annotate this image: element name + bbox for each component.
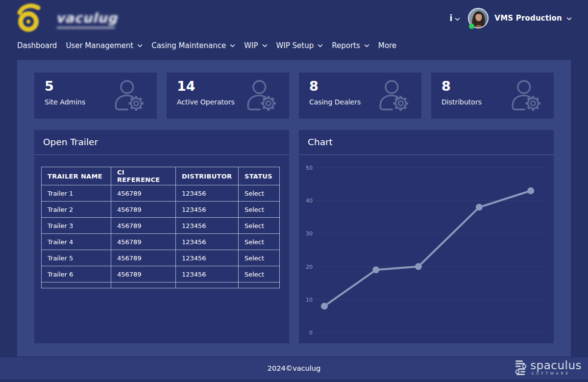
spaculus-emblem-icon — [515, 359, 527, 376]
chart-point[interactable] — [415, 263, 422, 270]
select-action[interactable]: Select — [239, 185, 280, 202]
vaculug-logo[interactable]: vaculug — [13, 2, 118, 33]
open-trailer-table-wrap: TRAILER NAMECI REFERENCEDISTRIBUTORSTATU… — [41, 167, 282, 290]
tire-logo-icon — [13, 2, 55, 33]
table-row: Trailer 1456789123456Select — [42, 185, 280, 202]
account-menu[interactable]: VMS Production — [494, 14, 572, 23]
cell-ci-reference: 456789 — [111, 266, 176, 282]
cell-trailer-name: Trailer 1 — [42, 185, 111, 202]
table-row: Trailer 5456789123456Select — [42, 250, 280, 266]
column-header-distributor: DISTRIBUTOR — [176, 167, 239, 185]
user-gear-icon — [243, 78, 279, 114]
nav-item-casing-maintenance[interactable]: Casing Maintenance — [151, 41, 235, 50]
cell-ci-reference: 456789 — [111, 218, 176, 234]
column-header-trailer-name: TRAILER NAME — [42, 167, 111, 185]
chart-area: 01020304050 — [299, 155, 554, 343]
open-trailer-panel: Open Trailer TRAILER NAMECI REFERENCEDIS… — [34, 130, 289, 343]
nav-item-label: Dashboard — [17, 41, 57, 50]
chevron-down-icon — [364, 44, 369, 48]
chevron-down-icon — [262, 44, 268, 48]
line-chart: 01020304050 — [299, 155, 554, 343]
nav-item-reports[interactable]: Reports — [332, 41, 369, 50]
stat-card-casing-dealers: 8Casing Dealers — [299, 73, 421, 119]
copyright-text: 2024©vaculug — [0, 357, 588, 379]
select-action[interactable]: Select — [239, 234, 280, 250]
content-area: 5Site Admins 14Active Operators 8Casing … — [17, 60, 571, 357]
cell-ci-reference: 456789 — [111, 250, 176, 266]
cell-trailer-name: Trailer 2 — [42, 202, 111, 218]
cell-distributor: 123456 — [176, 266, 239, 282]
select-action[interactable]: Select — [239, 202, 280, 218]
user-gear-icon — [375, 78, 412, 114]
chart-point[interactable] — [321, 303, 328, 309]
chevron-down-icon — [455, 18, 460, 21]
nav-item-label: Casing Maintenance — [151, 41, 226, 50]
chart-title: Chart — [299, 130, 554, 155]
chart-panel: Chart 01020304050 — [299, 130, 554, 343]
stat-label: Active Operators — [177, 98, 253, 106]
nav-item-label: User Management — [66, 41, 133, 50]
nav-item-wip[interactable]: WIP — [244, 41, 267, 50]
nav-item-user-management[interactable]: User Management — [66, 41, 143, 50]
select-action[interactable]: Select — [239, 218, 280, 234]
chart-point[interactable] — [372, 266, 379, 273]
select-action[interactable]: Select — [239, 250, 280, 266]
cell-distributor: 123456 — [176, 202, 239, 218]
header-account-area: i VM — [450, 7, 572, 29]
user-avatar[interactable] — [468, 8, 489, 28]
nav-item-more[interactable]: More — [378, 41, 396, 50]
info-icon: i — [450, 14, 453, 23]
chevron-down-icon — [455, 14, 460, 23]
cell-ci-reference: 456789 — [111, 185, 176, 202]
chevron-down-icon — [230, 44, 235, 48]
chevron-down-icon — [137, 44, 143, 48]
svg-text:50: 50 — [306, 165, 313, 171]
column-header-ci-reference: CI REFERENCE — [111, 167, 176, 185]
cell-distributor: 123456 — [176, 185, 239, 202]
stat-card-active-operators: 14Active Operators — [167, 73, 289, 119]
column-header-status: STATUS — [239, 167, 280, 185]
nav-item-dashboard[interactable]: Dashboard — [17, 41, 57, 50]
open-trailer-table: TRAILER NAMECI REFERENCEDISTRIBUTORSTATU… — [41, 167, 280, 288]
chart-line — [324, 191, 531, 306]
brand-name: vaculug — [56, 10, 118, 25]
nav-item-label: More — [378, 41, 396, 50]
table-row: Trailer 6456789123456Select — [42, 266, 280, 282]
stat-card-distributors: 8Distributors — [431, 73, 554, 119]
cell-trailer-name: Trailer 3 — [42, 218, 111, 234]
stat-label: Casing Dealers — [309, 98, 385, 106]
table-row: Trailer 4456789123456Select — [42, 234, 280, 250]
cell-trailer-name: Trailer 5 — [42, 250, 111, 266]
nav-item-label: WIP Setup — [276, 41, 314, 50]
logo-underline — [57, 27, 115, 28]
online-status-dot — [469, 24, 474, 29]
spaculus-logo: spaculus SOFTWARE — [515, 359, 582, 376]
cell-trailer-name: Trailer 4 — [42, 234, 111, 250]
stat-label: Distributors — [441, 98, 517, 106]
nav-item-label: Reports — [332, 41, 360, 50]
select-action[interactable]: Select — [239, 266, 280, 282]
chart-point[interactable] — [527, 187, 534, 194]
info-menu[interactable]: i — [450, 14, 461, 23]
svg-text:10: 10 — [306, 297, 313, 303]
cell-ci-reference: 456789 — [111, 202, 176, 218]
cell-ci-reference: 456789 — [111, 234, 176, 250]
chart-point[interactable] — [476, 204, 483, 211]
stat-label: Site Admins — [45, 98, 121, 106]
nav-item-wip-setup[interactable]: WIP Setup — [276, 41, 323, 50]
svg-text:0: 0 — [309, 330, 313, 336]
chevron-down-icon — [566, 14, 572, 23]
main-nav: DashboardUser Management Casing Maintena… — [17, 40, 396, 51]
open-trailer-title: Open Trailer — [34, 130, 289, 155]
vendor-name: spaculus — [530, 360, 582, 371]
cell-distributor: 123456 — [176, 250, 239, 266]
nav-item-label: WIP — [244, 41, 258, 50]
cell-trailer-name: Trailer 6 — [42, 266, 111, 282]
vaculug-dashboard-page: vaculug i — [0, 0, 588, 382]
chevron-down-icon — [566, 17, 572, 21]
panels-row: Open Trailer TRAILER NAMECI REFERENCEDIS… — [34, 130, 554, 343]
cell-distributor: 123456 — [176, 234, 239, 250]
svg-text:40: 40 — [306, 198, 313, 204]
table-row-clipped — [42, 282, 280, 288]
account-name-label: VMS Production — [494, 14, 562, 23]
